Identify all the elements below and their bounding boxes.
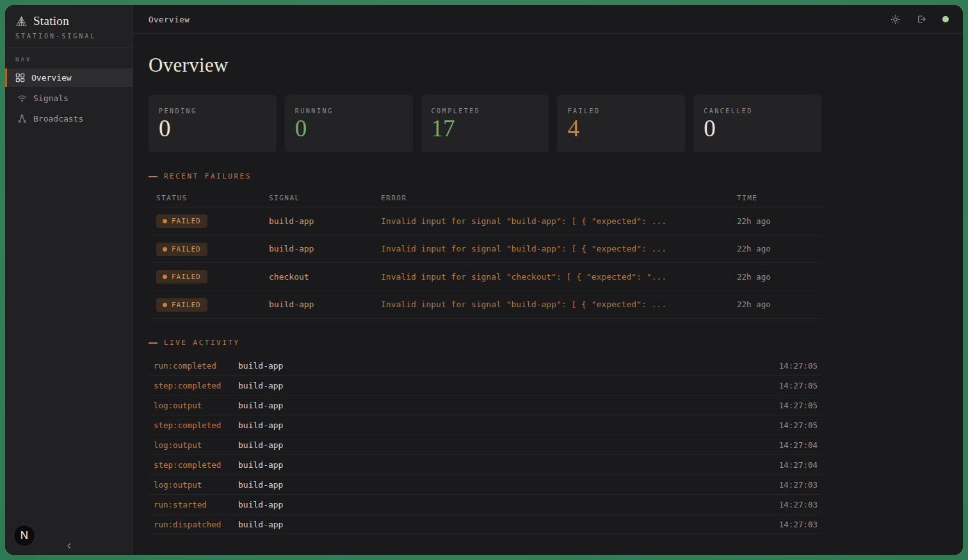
event-type: run:dispatched (154, 520, 238, 529)
stat-card-cancelled: CANCELLED 0 (693, 95, 821, 152)
stat-label: COMPLETED (432, 108, 539, 115)
event-type: log:output (154, 401, 238, 410)
failed-dot-icon (163, 219, 167, 223)
activity-row: run:started build-app 14:27:03 (149, 495, 821, 515)
status-badge-label: FAILED (172, 245, 201, 253)
section-title: LIVE ACTIVITY (164, 339, 240, 347)
event-signal: build-app (238, 361, 779, 371)
failure-time: 22h ago (737, 244, 821, 253)
column-header-error: ERROR (381, 194, 737, 202)
event-type: step:completed (154, 420, 238, 430)
stat-cards: PENDING 0 RUNNING 0 COMPLETED 17 FAILED … (149, 95, 821, 152)
event-type: step:completed (154, 460, 238, 470)
event-type: log:output (154, 480, 238, 490)
app-name: Station (33, 14, 69, 28)
event-time: 14:27:05 (779, 361, 818, 371)
event-type: run:completed (154, 361, 238, 371)
page-title: Overview (149, 54, 821, 77)
status-badge-label: FAILED (172, 217, 201, 225)
theme-toggle-button[interactable] (891, 15, 900, 24)
event-time: 14:27:03 (779, 500, 818, 509)
status-badge-cell: FAILED (156, 269, 269, 284)
activity-row: step:completed build-app 14:27:05 (149, 415, 821, 435)
failure-time: 22h ago (737, 300, 821, 309)
activity-row: step:completed build-app 14:27:05 (149, 376, 821, 396)
table-row[interactable]: FAILED build-app Invalid input for signa… (149, 207, 821, 236)
status-badge: FAILED (156, 243, 207, 256)
recent-failures-table: STATUS SIGNAL ERROR TIME FAILED build-ap… (149, 189, 821, 319)
event-time: 14:27:04 (779, 460, 818, 470)
wifi-icon (17, 93, 27, 103)
activity-row: log:output build-app 14:27:04 (149, 435, 821, 455)
activity-row: run:completed build-app 14:27:05 (149, 356, 821, 376)
stat-card-completed: COMPLETED 17 (421, 95, 549, 152)
app-window: Station STATION-SIGNAL NAV Overview (5, 5, 963, 555)
failure-time: 22h ago (737, 216, 821, 226)
event-signal: build-app (238, 500, 779, 509)
sidebar-item-broadcasts[interactable]: Broadcasts (5, 109, 133, 128)
sidebar-item-label: Overview (31, 73, 72, 83)
event-type: log:output (154, 440, 238, 450)
failed-dot-icon (163, 275, 167, 279)
recent-failures-header: RECENT FAILURES (149, 172, 821, 180)
table-row[interactable]: FAILED checkout Invalid input for signal… (149, 263, 821, 291)
event-signal: build-app (238, 520, 779, 529)
event-type: run:started (154, 500, 238, 509)
event-time: 14:27:03 (779, 520, 818, 529)
stat-value: 0 (704, 116, 811, 142)
event-signal: build-app (238, 440, 779, 450)
event-time: 14:27:05 (779, 401, 818, 410)
collapse-sidebar-button[interactable] (65, 542, 73, 550)
error-message: Invalid input for signal "build-app": [ … (381, 300, 737, 309)
event-signal: build-app (238, 420, 779, 430)
column-header-time: TIME (737, 194, 821, 202)
sidebar-item-label: Signals (33, 93, 69, 103)
breadcrumb: Overview (149, 15, 190, 24)
main-area: Overview Overview (133, 5, 963, 555)
pyramid-logo-icon (15, 15, 28, 28)
stat-label: CANCELLED (704, 108, 811, 115)
status-badge: FAILED (156, 214, 207, 228)
event-signal: build-app (238, 401, 779, 410)
nextjs-badge-letter: N (20, 529, 28, 542)
topbar-actions (891, 14, 949, 24)
error-message: Invalid input for signal "checkout": [ {… (381, 272, 737, 282)
sidebar: Station STATION-SIGNAL NAV Overview (5, 5, 133, 555)
failure-time: 22h ago (737, 272, 821, 282)
sidebar-item-overview[interactable]: Overview (5, 68, 133, 87)
signal-name: build-app (269, 244, 381, 253)
grid-icon (15, 73, 25, 83)
status-badge-cell: FAILED (156, 242, 269, 256)
activity-row: log:output build-app 14:27:05 (149, 396, 821, 415)
sidebar-item-signals[interactable]: Signals (5, 89, 133, 108)
error-message: Invalid input for signal "build-app": [ … (381, 244, 737, 253)
status-badge: FAILED (156, 270, 207, 284)
section-dash (149, 342, 157, 344)
section-dash (149, 176, 157, 177)
stat-label: PENDING (159, 108, 266, 115)
stat-card-running: RUNNING 0 (285, 95, 413, 152)
event-time: 14:27:03 (779, 480, 818, 490)
activity-row: step:completed build-app 14:27:04 (149, 455, 821, 475)
nextjs-badge[interactable]: N (13, 525, 35, 547)
column-header-signal: SIGNAL (269, 194, 381, 202)
table-row[interactable]: FAILED build-app Invalid input for signa… (149, 236, 821, 264)
event-signal: build-app (238, 381, 779, 390)
connection-status-dot (942, 16, 949, 22)
column-header-status: STATUS (156, 194, 269, 202)
signal-name: checkout (269, 272, 381, 282)
app-subtitle: STATION-SIGNAL (15, 33, 122, 40)
sidebar-header: Station STATION-SIGNAL (5, 5, 133, 48)
logout-icon[interactable] (916, 14, 926, 24)
event-time: 14:27:04 (779, 440, 818, 450)
stat-label: RUNNING (295, 108, 403, 115)
event-type: step:completed (154, 381, 238, 390)
stat-value: 0 (159, 116, 266, 142)
table-row[interactable]: FAILED build-app Invalid input for signa… (149, 291, 821, 319)
event-time: 14:27:05 (779, 381, 818, 390)
status-badge-label: FAILED (172, 301, 201, 309)
event-signal: build-app (238, 460, 779, 470)
status-badge-cell: FAILED (156, 214, 269, 228)
stat-card-pending: PENDING 0 (149, 95, 277, 152)
signal-name: build-app (269, 300, 381, 309)
